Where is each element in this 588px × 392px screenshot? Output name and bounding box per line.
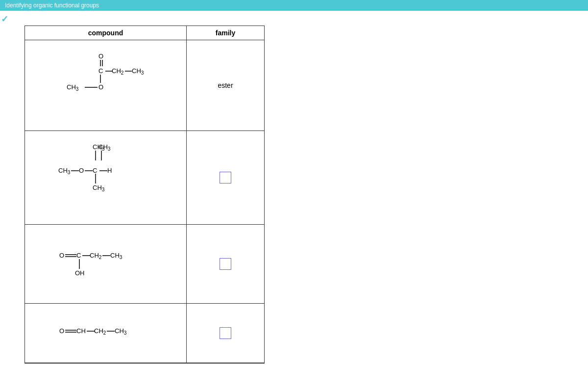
svg-text:CH3: CH3: [58, 167, 71, 175]
svg-text:CH: CH: [76, 327, 86, 335]
svg-text:O: O: [59, 252, 64, 259]
main-table: compound family O C CH2: [24, 26, 265, 364]
table-row: O CH CH2 CH3: [25, 304, 264, 363]
svg-text:CH2: CH2: [94, 327, 106, 336]
cell-family-2[interactable]: [187, 131, 264, 224]
svg-text:CH3: CH3: [67, 83, 79, 92]
cell-family-4[interactable]: [187, 304, 264, 363]
table-row: O C CH2 CH3 O: [25, 40, 264, 131]
svg-text:C: C: [93, 167, 97, 174]
svg-text:CH2: CH2: [90, 252, 102, 260]
cell-family-1: ester: [187, 40, 264, 131]
page-title: Identifying organic functional groups: [5, 2, 99, 9]
svg-text:OH: OH: [75, 269, 85, 277]
svg-text:O: O: [79, 167, 84, 174]
svg-text:O: O: [59, 327, 64, 335]
cell-family-3[interactable]: [187, 225, 264, 303]
structure-svg-1: O C CH2 CH3 O: [49, 49, 162, 122]
svg-text:CH2: CH2: [112, 67, 124, 76]
family-label-1: ester: [218, 81, 233, 89]
svg-text:O: O: [98, 83, 103, 91]
svg-text:CH3: CH3: [115, 327, 127, 336]
table-row: O C CH2 CH3 OH: [25, 225, 264, 304]
svg-text:CH3: CH3: [110, 252, 122, 260]
table-row: CH3 CH3 O C: [25, 131, 264, 225]
cell-compound-4: O CH CH2 CH3: [25, 304, 187, 363]
dropdown-4[interactable]: [220, 327, 231, 339]
cell-compound-2: CH3 CH3 O C: [25, 131, 187, 224]
svg-text:CH3: CH3: [132, 67, 144, 76]
svg-text:C: C: [98, 67, 103, 75]
structure-svg-3: O C CH2 CH3 OH: [49, 232, 162, 296]
header-family: family: [187, 26, 264, 40]
dropdown-2[interactable]: [220, 172, 231, 183]
table-header: compound family: [25, 26, 264, 40]
top-bar: Identifying organic functional groups: [0, 0, 588, 11]
content-area: compound family O C CH2: [0, 11, 588, 368]
svg-text:O: O: [98, 52, 103, 60]
header-compound: compound: [25, 26, 187, 40]
dropdown-3[interactable]: [220, 258, 231, 270]
structure-svg-2: CH3 CH3 O C: [49, 138, 162, 217]
structure-svg-4: O CH CH2 CH3: [49, 311, 162, 355]
svg-text:H: H: [107, 167, 112, 174]
svg-text:CH3: CH3: [93, 184, 105, 192]
check-mark-icon: ✓: [1, 14, 8, 25]
cell-compound-1: O C CH2 CH3 O: [25, 40, 187, 131]
cell-compound-3: O C CH2 CH3 OH: [25, 225, 187, 303]
svg-text:C: C: [76, 252, 81, 259]
